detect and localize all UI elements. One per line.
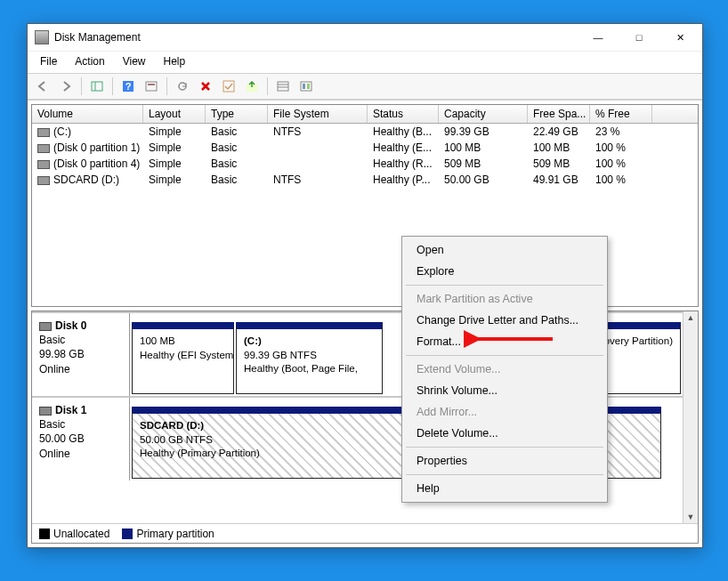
context-menu: Open Explore Mark Partition as Active Ch…	[401, 236, 608, 503]
disk-management-window: Disk Management — □ ✕ File Action View H…	[27, 23, 703, 548]
rescan-button[interactable]	[242, 77, 262, 96]
svg-rect-0	[92, 82, 102, 91]
volume-row[interactable]: (Disk 0 partition 4)SimpleBasicHealthy (…	[32, 156, 698, 172]
menu-view[interactable]: View	[119, 53, 150, 69]
toolbar-separator	[81, 77, 82, 95]
legend-unallocated: Unallocated	[39, 528, 109, 540]
ctx-separator	[406, 474, 603, 475]
svg-rect-4	[146, 82, 157, 91]
partition[interactable]: (C:)99.39 GB NTFSHealthy (Boot, Page Fil…	[236, 322, 383, 394]
column-free[interactable]: Free Spa...	[528, 105, 590, 123]
toolbar-separator	[112, 77, 113, 95]
disk-icon	[39, 322, 52, 331]
column-pctfree[interactable]: % Free	[590, 105, 652, 123]
drive-icon	[37, 144, 50, 153]
ctx-mark-active: Mark Partition as Active	[404, 288, 605, 310]
ctx-add-mirror: Add Mirror...	[404, 401, 605, 423]
list-view-button[interactable]	[273, 77, 293, 96]
settings-button[interactable]	[142, 77, 161, 96]
graphical-view-button[interactable]	[296, 77, 316, 96]
ctx-delete-volume[interactable]: Delete Volume...	[404, 423, 605, 444]
ctx-help[interactable]: Help	[404, 478, 605, 499]
titlebar: Disk Management — □ ✕	[28, 24, 702, 51]
ctx-separator	[406, 355, 603, 356]
svg-text:?: ?	[125, 81, 132, 92]
delete-button[interactable]	[196, 77, 215, 96]
drive-icon	[37, 176, 50, 185]
ctx-separator	[406, 447, 603, 448]
column-volume[interactable]: Volume	[32, 105, 143, 123]
help-button[interactable]: ?	[118, 77, 138, 96]
volume-row[interactable]: SDCARD (D:)SimpleBasicNTFSHealthy (P...5…	[32, 172, 698, 188]
volume-row[interactable]: (Disk 0 partition 1)SimpleBasicHealthy (…	[32, 140, 698, 156]
column-status[interactable]: Status	[368, 105, 439, 123]
ctx-explore[interactable]: Explore	[404, 261, 605, 282]
window-title: Disk Management	[54, 31, 578, 44]
toolbar-separator	[166, 77, 167, 95]
svg-rect-9	[278, 82, 288, 91]
menubar: File Action View Help	[28, 51, 702, 73]
ctx-separator	[406, 285, 603, 286]
ctx-open[interactable]: Open	[404, 239, 605, 261]
disk-icon	[39, 407, 52, 416]
disk-header[interactable]: Disk 1Basic50.00 GBOnline	[32, 398, 130, 480]
legend: Unallocated Primary partition	[32, 523, 698, 543]
svg-rect-12	[301, 82, 311, 91]
ctx-properties[interactable]: Properties	[404, 450, 605, 472]
partition[interactable]: 100 MBHealthy (EFI System P	[132, 322, 234, 394]
back-button[interactable]	[33, 77, 53, 96]
volume-list-header: Volume Layout Type File System Status Ca…	[32, 105, 698, 124]
menu-action[interactable]: Action	[71, 53, 108, 69]
legend-primary: Primary partition	[122, 528, 214, 540]
check-button[interactable]	[219, 77, 239, 96]
toolbar-separator	[267, 77, 268, 95]
column-filesystem[interactable]: File System	[268, 105, 368, 123]
scroll-up-icon[interactable]: ▲	[685, 311, 697, 324]
close-button[interactable]: ✕	[659, 25, 700, 50]
disk-header[interactable]: Disk 0Basic99.98 GBOnline	[32, 313, 130, 396]
svg-rect-13	[303, 84, 305, 89]
column-capacity[interactable]: Capacity	[439, 105, 528, 123]
app-icon	[35, 30, 49, 44]
drive-icon	[37, 160, 50, 169]
column-layout[interactable]: Layout	[143, 105, 206, 123]
menu-file[interactable]: File	[36, 53, 61, 69]
show-hide-tree-button[interactable]	[87, 77, 107, 96]
vertical-scrollbar[interactable]: ▲ ▼	[683, 311, 698, 523]
maximize-button[interactable]: □	[619, 25, 659, 50]
volume-row[interactable]: (C:)SimpleBasicNTFSHealthy (B...99.39 GB…	[32, 124, 698, 140]
ctx-extend-volume: Extend Volume...	[404, 359, 605, 380]
ctx-format[interactable]: Format...	[404, 331, 605, 352]
svg-rect-7	[223, 81, 234, 92]
ctx-shrink-volume[interactable]: Shrink Volume...	[404, 380, 605, 401]
toolbar: ?	[28, 73, 702, 100]
svg-rect-5	[148, 84, 155, 85]
svg-rect-14	[307, 84, 310, 89]
menu-help[interactable]: Help	[160, 53, 190, 69]
refresh-button[interactable]	[173, 77, 192, 96]
column-type[interactable]: Type	[206, 105, 268, 123]
ctx-change-drive-letter[interactable]: Change Drive Letter and Paths...	[404, 310, 605, 331]
forward-button[interactable]	[56, 77, 76, 96]
minimize-button[interactable]: —	[578, 25, 619, 50]
scroll-down-icon[interactable]: ▼	[685, 511, 697, 523]
drive-icon	[37, 128, 50, 137]
